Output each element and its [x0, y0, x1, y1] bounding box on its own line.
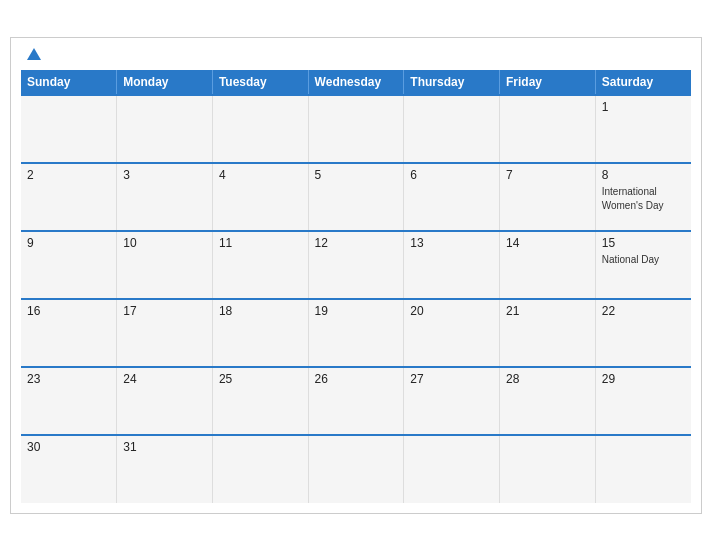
- day-number: 31: [123, 440, 206, 454]
- day-number: 8: [602, 168, 685, 182]
- event-label: National Day: [602, 254, 659, 265]
- week-row-1: 1: [21, 95, 691, 163]
- calendar-cell: [500, 435, 596, 503]
- day-number: 14: [506, 236, 589, 250]
- calendar-grid: SundayMondayTuesdayWednesdayThursdayFrid…: [21, 70, 691, 503]
- day-number: 26: [315, 372, 398, 386]
- calendar-cell: 15National Day: [595, 231, 691, 299]
- weekday-header-tuesday: Tuesday: [212, 70, 308, 95]
- day-number: 17: [123, 304, 206, 318]
- calendar-cell: 28: [500, 367, 596, 435]
- logo: [25, 48, 41, 62]
- day-number: 24: [123, 372, 206, 386]
- week-row-6: 3031: [21, 435, 691, 503]
- calendar-cell: 29: [595, 367, 691, 435]
- day-number: 11: [219, 236, 302, 250]
- calendar-cell: 8International Women's Day: [595, 163, 691, 231]
- calendar-cell: 13: [404, 231, 500, 299]
- day-number: 4: [219, 168, 302, 182]
- week-row-5: 23242526272829: [21, 367, 691, 435]
- calendar-cell: 24: [117, 367, 213, 435]
- calendar-cell: [308, 95, 404, 163]
- calendar-cell: [212, 95, 308, 163]
- calendar-cell: 19: [308, 299, 404, 367]
- calendar-cell: [595, 435, 691, 503]
- calendar-cell: 7: [500, 163, 596, 231]
- calendar-cell: 5: [308, 163, 404, 231]
- weekday-header-monday: Monday: [117, 70, 213, 95]
- weekday-header-thursday: Thursday: [404, 70, 500, 95]
- calendar-cell: 20: [404, 299, 500, 367]
- week-row-3: 9101112131415National Day: [21, 231, 691, 299]
- day-number: 6: [410, 168, 493, 182]
- day-number: 2: [27, 168, 110, 182]
- calendar-cell: 22: [595, 299, 691, 367]
- calendar-cell: [212, 435, 308, 503]
- day-number: 19: [315, 304, 398, 318]
- day-number: 30: [27, 440, 110, 454]
- calendar-cell: 12: [308, 231, 404, 299]
- calendar-cell: 10: [117, 231, 213, 299]
- day-number: 13: [410, 236, 493, 250]
- calendar-cell: [308, 435, 404, 503]
- calendar-cell: [404, 95, 500, 163]
- day-number: 3: [123, 168, 206, 182]
- calendar-cell: 4: [212, 163, 308, 231]
- calendar-cell: 11: [212, 231, 308, 299]
- weekday-header-row: SundayMondayTuesdayWednesdayThursdayFrid…: [21, 70, 691, 95]
- day-number: 29: [602, 372, 685, 386]
- calendar-cell: 17: [117, 299, 213, 367]
- calendar-cell: 2: [21, 163, 117, 231]
- calendar-cell: [21, 95, 117, 163]
- day-number: 12: [315, 236, 398, 250]
- day-number: 20: [410, 304, 493, 318]
- calendar-cell: 23: [21, 367, 117, 435]
- calendar-cell: 30: [21, 435, 117, 503]
- day-number: 9: [27, 236, 110, 250]
- calendar-cell: 26: [308, 367, 404, 435]
- weekday-header-saturday: Saturday: [595, 70, 691, 95]
- calendar-cell: 1: [595, 95, 691, 163]
- day-number: 18: [219, 304, 302, 318]
- calendar-cell: 27: [404, 367, 500, 435]
- calendar-cell: 14: [500, 231, 596, 299]
- day-number: 15: [602, 236, 685, 250]
- week-row-2: 2345678International Women's Day: [21, 163, 691, 231]
- day-number: 25: [219, 372, 302, 386]
- day-number: 21: [506, 304, 589, 318]
- calendar-cell: 31: [117, 435, 213, 503]
- logo-triangle-icon: [27, 48, 41, 60]
- day-number: 10: [123, 236, 206, 250]
- calendar-cell: 18: [212, 299, 308, 367]
- weekday-header-wednesday: Wednesday: [308, 70, 404, 95]
- day-number: 22: [602, 304, 685, 318]
- calendar-cell: [117, 95, 213, 163]
- week-row-4: 16171819202122: [21, 299, 691, 367]
- calendar-header: [21, 48, 691, 62]
- calendar-cell: 9: [21, 231, 117, 299]
- weekday-header-sunday: Sunday: [21, 70, 117, 95]
- calendar-container: SundayMondayTuesdayWednesdayThursdayFrid…: [10, 37, 702, 514]
- day-number: 16: [27, 304, 110, 318]
- day-number: 7: [506, 168, 589, 182]
- calendar-cell: 16: [21, 299, 117, 367]
- weekday-header-friday: Friday: [500, 70, 596, 95]
- calendar-cell: 25: [212, 367, 308, 435]
- calendar-cell: 6: [404, 163, 500, 231]
- day-number: 1: [602, 100, 685, 114]
- calendar-cell: [500, 95, 596, 163]
- calendar-cell: 3: [117, 163, 213, 231]
- day-number: 27: [410, 372, 493, 386]
- day-number: 28: [506, 372, 589, 386]
- day-number: 5: [315, 168, 398, 182]
- calendar-cell: 21: [500, 299, 596, 367]
- day-number: 23: [27, 372, 110, 386]
- event-label: International Women's Day: [602, 186, 664, 211]
- calendar-cell: [404, 435, 500, 503]
